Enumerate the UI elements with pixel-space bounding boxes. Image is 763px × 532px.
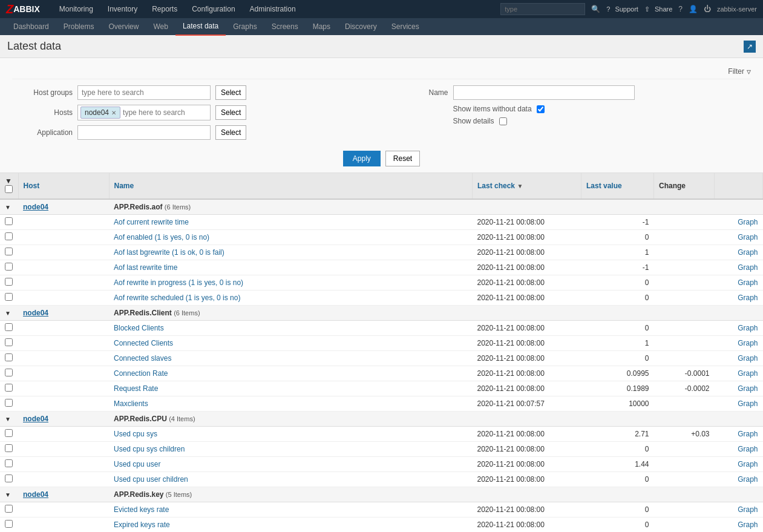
tab-discovery[interactable]: Discovery: [338, 18, 384, 35]
hosts-input-area[interactable]: node04 ✕: [77, 105, 211, 120]
graph-link-1-0[interactable]: Graph: [738, 324, 758, 332]
name-sort-link[interactable]: Name: [114, 182, 134, 190]
row-checkbox-3-1[interactable]: [5, 520, 13, 528]
tab-problems[interactable]: Problems: [56, 18, 102, 35]
graph-link-0-3[interactable]: Graph: [738, 263, 758, 272]
graph-link-3-1[interactable]: Graph: [738, 521, 758, 529]
tab-dashboard[interactable]: Dashboard: [6, 18, 56, 35]
group-host-link-2[interactable]: node04: [23, 415, 48, 423]
tab-latest-data[interactable]: Latest data: [175, 18, 226, 36]
host-sort-link[interactable]: Host: [24, 182, 40, 190]
share-link[interactable]: ⇧ Share: [644, 5, 672, 13]
collapse-arrow-3[interactable]: ▼: [5, 491, 11, 498]
item-name-link-1-3[interactable]: Connection Rate: [114, 369, 168, 378]
logo[interactable]: Z ABBIX: [6, 2, 40, 16]
row-checkbox-0-1[interactable]: [5, 232, 13, 240]
item-name-link-2-1[interactable]: Used cpu sys children: [114, 445, 185, 453]
support-label[interactable]: Support: [615, 5, 638, 13]
row-checkbox-2-3[interactable]: [5, 475, 13, 482]
row-checkbox-2-1[interactable]: [5, 444, 13, 452]
host-groups-input[interactable]: [77, 85, 211, 100]
row-checkbox-0-3[interactable]: [5, 263, 13, 271]
graph-link-0-5[interactable]: Graph: [738, 294, 758, 302]
item-name-link-0-0[interactable]: Aof current rewrite time: [114, 218, 189, 226]
tab-overview[interactable]: Overview: [101, 18, 146, 35]
expand-all-arrow[interactable]: ▼: [5, 177, 12, 185]
hosts-select-button[interactable]: Select: [215, 105, 246, 120]
search-icon[interactable]: 🔍: [591, 5, 600, 13]
row-checkbox-3-0[interactable]: [5, 505, 13, 513]
row-checkbox-0-0[interactable]: [5, 217, 13, 225]
graph-link-2-2[interactable]: Graph: [738, 460, 758, 468]
group-host-link-3[interactable]: node04: [23, 490, 48, 499]
row-checkbox-2-2[interactable]: [5, 459, 13, 467]
tab-screens[interactable]: Screens: [264, 18, 306, 35]
item-name-link-0-3[interactable]: Aof last rewrite time: [114, 263, 177, 272]
select-all-checkbox[interactable]: [5, 185, 13, 193]
group-host-link-0[interactable]: node04: [23, 203, 48, 211]
power-icon[interactable]: ⏻: [704, 5, 711, 13]
host-tag-close[interactable]: ✕: [111, 110, 116, 116]
item-name-link-1-1[interactable]: Connected Clients: [114, 339, 173, 347]
graph-link-0-1[interactable]: Graph: [738, 233, 758, 241]
row-checkbox-1-5[interactable]: [5, 399, 13, 407]
col-host-header[interactable]: Host: [18, 173, 109, 199]
collapse-arrow-1[interactable]: ▼: [5, 310, 11, 317]
lastcheck-sort-link[interactable]: Last check: [477, 182, 515, 190]
help-icon[interactable]: ?: [678, 5, 683, 13]
item-name-link-3-1[interactable]: Expired keys rate: [114, 521, 170, 529]
graph-link-0-0[interactable]: Graph: [738, 218, 758, 226]
item-name-link-1-4[interactable]: Request Rate: [114, 384, 158, 393]
graph-link-1-4[interactable]: Graph: [738, 384, 758, 393]
graph-link-3-0[interactable]: Graph: [738, 505, 758, 514]
collapse-arrow-2[interactable]: ▼: [5, 416, 11, 422]
collapse-arrow-0[interactable]: ▼: [5, 204, 11, 211]
item-name-link-1-2[interactable]: Connected slaves: [114, 354, 171, 363]
graph-link-1-2[interactable]: Graph: [738, 354, 758, 363]
row-checkbox-2-0[interactable]: [5, 429, 13, 437]
item-name-link-3-0[interactable]: Evicted keys rate: [114, 505, 169, 514]
item-name-link-2-0[interactable]: Used cpu sys: [114, 430, 157, 438]
tab-maps[interactable]: Maps: [306, 18, 338, 35]
nav-monitoring[interactable]: Monitoring: [52, 0, 100, 18]
item-name-link-0-4[interactable]: Aof rewrite in progress (1 is yes, 0 is …: [114, 278, 243, 287]
graph-link-2-1[interactable]: Graph: [738, 445, 758, 453]
row-checkbox-0-5[interactable]: [5, 293, 13, 301]
nav-administration[interactable]: Administration: [243, 0, 303, 18]
item-name-link-0-2[interactable]: Aof last bgrewrite (1 is ok, 0 is fail): [114, 248, 224, 257]
graph-link-1-5[interactable]: Graph: [738, 399, 758, 408]
item-name-link-2-3[interactable]: Used cpu user children: [114, 475, 188, 484]
item-name-link-1-0[interactable]: Blocked Clients: [114, 324, 164, 332]
hosts-search-input[interactable]: [123, 108, 208, 117]
user-icon[interactable]: 👤: [689, 5, 698, 13]
nav-inventory[interactable]: Inventory: [100, 0, 145, 18]
graph-link-1-3[interactable]: Graph: [738, 369, 758, 378]
tab-graphs[interactable]: Graphs: [226, 18, 264, 35]
tab-web[interactable]: Web: [146, 18, 175, 35]
application-input[interactable]: [77, 125, 211, 140]
filter-icon[interactable]: ▿: [747, 67, 751, 76]
row-checkbox-1-2[interactable]: [5, 353, 13, 361]
graph-link-2-0[interactable]: Graph: [738, 430, 758, 438]
col-name-header[interactable]: Name: [109, 173, 473, 199]
col-lastcheck-header[interactable]: Last check ▼: [473, 173, 581, 199]
graph-link-0-2[interactable]: Graph: [738, 248, 758, 257]
tab-services[interactable]: Services: [384, 18, 427, 35]
item-name-link-2-2[interactable]: Used cpu user: [114, 460, 160, 468]
group-host-link-1[interactable]: node04: [23, 309, 48, 317]
item-name-link-0-1[interactable]: Aof enabled (1 is yes, 0 is no): [114, 233, 209, 241]
nav-reports[interactable]: Reports: [145, 0, 185, 18]
graph-link-2-3[interactable]: Graph: [738, 475, 758, 484]
application-select-button[interactable]: Select: [215, 125, 246, 140]
global-search[interactable]: [500, 3, 585, 15]
row-checkbox-0-4[interactable]: [5, 278, 13, 286]
row-checkbox-1-3[interactable]: [5, 369, 13, 376]
show-details-checkbox[interactable]: [499, 117, 507, 125]
name-input[interactable]: [453, 85, 635, 100]
apply-button[interactable]: Apply: [343, 151, 381, 166]
share-label[interactable]: Share: [655, 5, 672, 13]
row-checkbox-1-0[interactable]: [5, 323, 13, 331]
support-link[interactable]: ? Support: [606, 5, 638, 13]
nav-configuration[interactable]: Configuration: [185, 0, 242, 18]
row-checkbox-1-4[interactable]: [5, 384, 13, 392]
